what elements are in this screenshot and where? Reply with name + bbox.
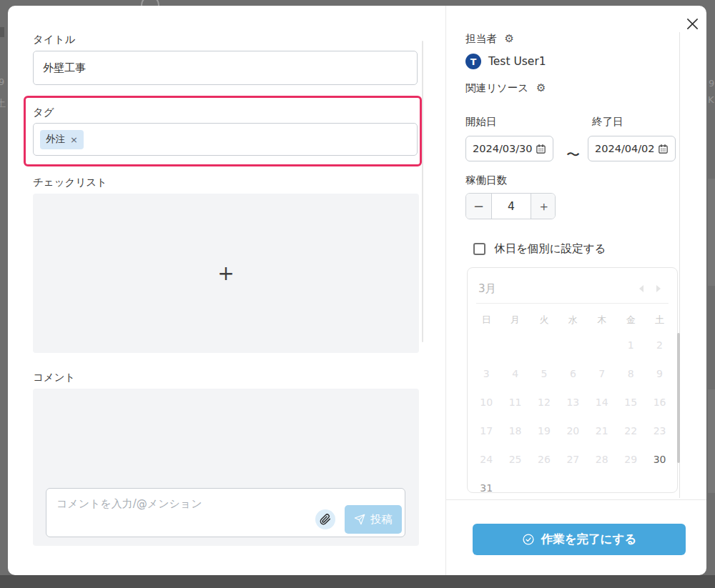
backdrop-bottom-strip [0,575,715,588]
calendar-day: 25 [500,445,529,474]
calendar-day: 13 [558,388,587,417]
screen-overlay: 9 土 9 K タイトル 外壁工事 タグ 外注 × チェックリスト + コメント… [0,0,715,588]
calendar-weekday: 日 [472,309,500,331]
end-date-value: 2024/04/02 [595,143,655,154]
comment-label: コメント [33,372,75,383]
calendar-day: 29 [616,445,645,474]
calendar-weekday: 金 [616,309,645,331]
comment-input[interactable]: コメントを入力/@メンション 投稿 [46,488,405,537]
calendar-header-divider [476,303,669,304]
check-circle-icon [522,533,535,546]
resources-section-header: 関連リソース ⚙ [465,83,546,94]
calendar-day: 4 [500,359,529,388]
tag-chip-label: 外注 [46,133,65,146]
tag-input[interactable]: 外注 × [33,123,418,156]
holiday-option-row[interactable]: 休日を個別に設定する [473,241,606,256]
calendar-day: 17 [472,417,500,445]
calendar-day: 18 [500,417,529,445]
tag-chip[interactable]: 外注 × [40,130,84,149]
backdrop-hint-text: 9 [0,77,4,86]
checklist-area: + [33,194,419,353]
calendar-day-empty [558,331,587,359]
title-value: 外壁工事 [43,61,86,75]
checklist-label: チェックリスト [33,177,107,188]
tag-remove-icon[interactable]: × [70,134,78,145]
backdrop-hint-text: 土 [0,99,6,108]
complete-task-button-label: 作業を完了にする [541,532,637,547]
resources-settings-gear-icon[interactable]: ⚙ [536,83,546,94]
backdrop-hint-text: 9 [709,79,714,88]
post-comment-button[interactable]: 投稿 [345,505,402,534]
calendar-weekday: 木 [588,309,616,331]
working-days-value: 4 [492,194,531,219]
calendar-day: 24 [472,445,500,474]
close-button[interactable] [682,14,702,34]
calendar-grid: 日月火水木金土123456789101112131415161718192021… [472,309,674,493]
start-date-field[interactable]: 2024/03/30 [465,136,553,161]
calendar-day: 26 [530,445,558,474]
calendar-next-icon[interactable] [656,285,661,292]
send-icon [354,514,365,525]
increment-button[interactable]: ＋ [531,194,556,219]
title-input[interactable]: 外壁工事 [33,51,418,85]
backdrop-hint-text: K [708,95,714,104]
task-detail-modal: タイトル 外壁工事 タグ 外注 × チェックリスト + コメント コメントを入力… [8,6,706,575]
assignee-user-name: Test User1 [488,55,546,68]
calendar-weekday: 水 [558,309,587,331]
calendar-day: 8 [616,359,645,388]
panel-divider [445,6,446,575]
left-panel-scrollbar[interactable] [422,41,423,342]
calendar-day: 19 [530,417,558,445]
calendar-day-empty [500,331,529,359]
calendar-day: 10 [472,388,500,417]
calendar-day-empty [500,474,529,493]
calendar-day: 9 [645,359,674,388]
calendar-icon [536,144,546,154]
tag-label: タグ [33,107,54,118]
avatar: T [465,54,481,69]
attach-file-button[interactable] [315,509,335,529]
backdrop-strip [708,389,715,493]
complete-task-button[interactable]: 作業を完了にする [473,524,686,555]
calendar-day-empty [530,474,558,493]
assignee-settings-gear-icon[interactable]: ⚙ [505,34,514,44]
calendar-day: 14 [588,388,616,417]
assignee-label: 担当者 [465,34,497,44]
calendar-prev-icon[interactable] [639,285,644,292]
calendar-day: 27 [558,445,587,474]
footer-divider [446,499,706,500]
date-range-separator: 〜 [566,146,580,164]
assignee-section-header: 担当者 ⚙ [465,34,514,44]
calendar-day-empty [645,474,674,493]
decrement-button[interactable]: − [466,194,492,219]
backdrop-strip [708,179,715,286]
calendar-weekday: 土 [645,309,674,331]
holiday-checkbox[interactable] [473,243,485,255]
calendar-day-empty [530,331,558,359]
calendar-day: 15 [616,388,645,417]
calendar-day-empty [558,474,587,493]
calendar-day: 30 [645,445,674,474]
backdrop-left-patch [0,27,4,37]
calendar-day: 21 [588,417,616,445]
title-label: タイトル [33,34,75,45]
calendar-day: 22 [616,417,645,445]
calendar-weekday: 月 [500,309,529,331]
calendar-day: 1 [616,331,645,359]
calendar-day: 11 [500,388,529,417]
calendar-day-empty [588,331,616,359]
calendar-day: 2 [645,331,674,359]
right-panel-scrollbar-thumb[interactable] [677,333,680,463]
calendar-day: 6 [558,359,587,388]
end-date-field[interactable]: 2024/04/02 [588,136,676,161]
calendar-day: 23 [645,417,674,445]
close-icon [686,17,699,31]
calendar-icon [658,144,669,154]
add-checklist-item-button[interactable]: + [217,264,234,284]
assignee-user: T Test User1 [465,54,546,69]
comment-area: コメントを入力/@メンション 投稿 [33,389,419,546]
post-button-label: 投稿 [370,512,393,527]
calendar-day: 28 [588,445,616,474]
calendar-day: 20 [558,417,587,445]
calendar-day: 12 [530,388,558,417]
